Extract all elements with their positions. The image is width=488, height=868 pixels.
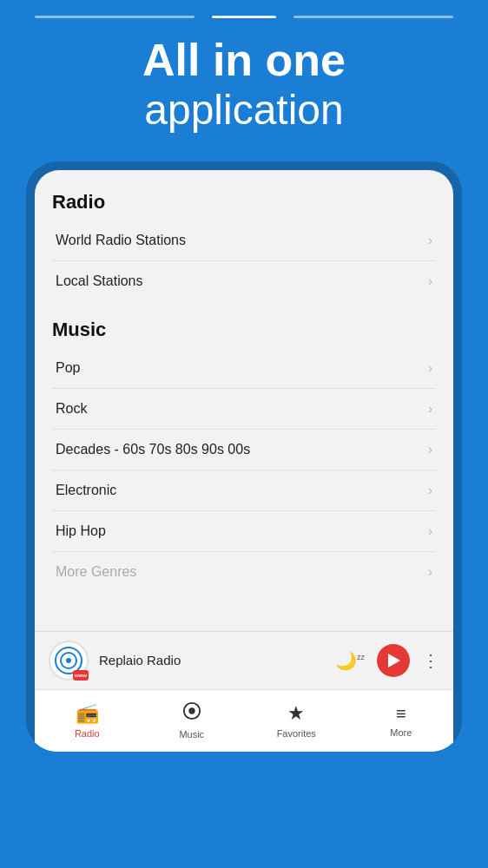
radio-list: World Radio Stations › Local Stations › [52, 220, 436, 301]
favorites-nav-label: Favorites [277, 728, 316, 739]
chevron-icon-pop: › [428, 360, 432, 376]
top-bar-line-center [212, 16, 276, 18]
pop-label: Pop [56, 360, 80, 376]
play-button[interactable] [377, 644, 410, 677]
more-genres-item[interactable]: More Genres › [52, 552, 436, 592]
hiphop-item[interactable]: Hip Hop › [52, 511, 436, 552]
pop-item[interactable]: Pop › [52, 348, 436, 389]
logo-badge-text: www [75, 673, 87, 678]
chevron-icon-rock: › [428, 401, 432, 417]
electronic-item[interactable]: Electronic › [52, 470, 436, 511]
music-section-header: Music [52, 319, 436, 341]
hero-section: All in one application [0, 27, 488, 161]
phone-container: Radio World Radio Stations › Local Stati… [26, 161, 462, 752]
now-playing-bar[interactable]: www Replaio Radio 🌙zz ⋮ [35, 631, 453, 689]
chevron-icon-local-stations: › [428, 273, 432, 289]
station-name: Replaio Radio [99, 653, 325, 667]
phone-screen: Radio World Radio Stations › Local Stati… [35, 170, 453, 752]
top-bar [0, 0, 488, 27]
favorites-nav-icon: ★ [287, 702, 305, 725]
radio-nav-label: Radio [75, 728, 100, 739]
world-radio-label: World Radio Stations [56, 233, 186, 248]
more-nav-icon: ≡ [396, 704, 406, 724]
decades-item[interactable]: Decades - 60s 70s 80s 90s 00s › [52, 430, 436, 470]
bottom-nav: 📻 Radio Music ★ Favorites ≡ More [35, 689, 453, 752]
chevron-icon-world-radio: › [428, 233, 432, 248]
more-dots-icon[interactable]: ⋮ [422, 650, 439, 671]
top-bar-line-right [293, 16, 453, 18]
now-playing-controls: 🌙zz ⋮ [335, 644, 439, 677]
decades-label: Decades - 60s 70s 80s 90s 00s [56, 442, 250, 457]
nav-item-favorites[interactable]: ★ Favorites [244, 690, 349, 752]
local-stations-item[interactable]: Local Stations › [52, 261, 436, 301]
chevron-icon-hiphop: › [428, 523, 432, 539]
nav-item-music[interactable]: Music [140, 690, 245, 752]
sleep-icon[interactable]: 🌙zz [335, 650, 365, 671]
local-stations-label: Local Stations [56, 273, 143, 289]
more-genres-label: More Genres [56, 564, 136, 580]
chevron-icon-electronic: › [428, 483, 432, 498]
station-logo: www [49, 641, 89, 681]
content-area: Radio World Radio Stations › Local Stati… [35, 170, 453, 631]
music-nav-label: Music [179, 729, 204, 740]
hiphop-label: Hip Hop [56, 523, 106, 539]
radio-section-header: Radio [52, 191, 436, 214]
hero-subtitle: application [35, 85, 453, 135]
music-nav-icon [182, 701, 201, 726]
electronic-label: Electronic [56, 483, 116, 498]
more-nav-label: More [390, 727, 412, 738]
top-bar-line-left [35, 16, 195, 18]
logo-badge: www [73, 670, 89, 681]
world-radio-item[interactable]: World Radio Stations › [52, 220, 436, 261]
play-triangle-icon [388, 654, 400, 667]
logo-ring-inner [60, 652, 77, 669]
chevron-icon-more-genres: › [428, 564, 432, 580]
music-list: Pop › Rock › Decades - 60s 70s 80s 90s 0… [52, 348, 436, 592]
chevron-icon-decades: › [428, 442, 432, 457]
svg-point-1 [188, 708, 195, 714]
radio-nav-icon: 📻 [76, 702, 99, 725]
rock-label: Rock [56, 401, 87, 417]
nav-item-more[interactable]: ≡ More [349, 690, 454, 752]
logo-dot [66, 658, 71, 663]
rock-item[interactable]: Rock › [52, 389, 436, 430]
hero-title: All in one [35, 36, 453, 85]
nav-item-radio[interactable]: 📻 Radio [35, 690, 140, 752]
